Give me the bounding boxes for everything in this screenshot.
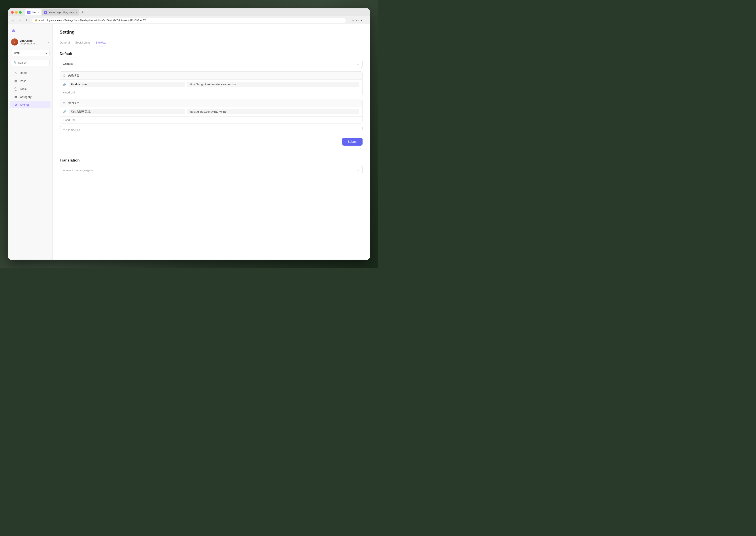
browser-tab-2[interactable]: ◈ Home page - Blog.Web × bbox=[42, 9, 79, 16]
submit-row: Submit bbox=[60, 138, 362, 146]
post-icon: ▤ bbox=[14, 79, 18, 83]
link-row-2: 🔗 bbox=[60, 107, 362, 117]
tab-social-links[interactable]: Social Links bbox=[75, 39, 90, 47]
group-1-header: 🗑 bbox=[60, 72, 362, 80]
language-select-value: Chinese bbox=[63, 62, 74, 65]
main-content: Setting General Social Links SiteMap Def… bbox=[52, 24, 370, 260]
address-input-container[interactable]: 🔒 admin.blog.evrane.com/Settings?tab=Sit… bbox=[32, 18, 346, 23]
link-1-url-input[interactable] bbox=[187, 82, 359, 87]
sidebar-item-post[interactable]: ▤ Post bbox=[10, 77, 50, 84]
tab-2-label: Home page - Blog.Web bbox=[48, 11, 74, 14]
home-icon: ⌂ bbox=[14, 71, 18, 75]
add-link-2-label: + Add Link bbox=[63, 118, 75, 121]
site-selector[interactable]: Yiran ⌄ bbox=[11, 50, 50, 56]
link-2-url-input[interactable] bbox=[187, 109, 359, 114]
group-2-header: 🗑 bbox=[60, 99, 362, 107]
add-link-1-label: + Add Link bbox=[63, 91, 75, 94]
bookmark-icon[interactable]: ☆ bbox=[352, 18, 354, 22]
topic-icon: ◯ bbox=[14, 87, 18, 90]
user-section[interactable]: Y yiran.feng fangyira@gmail.c... ⌄ bbox=[8, 37, 52, 47]
maximize-window-button[interactable] bbox=[19, 11, 22, 14]
site-selector-value: Yiran bbox=[14, 51, 20, 54]
translation-lang-chevron-icon: ⌄ bbox=[357, 169, 359, 172]
sidebar-logo: ≋ bbox=[8, 28, 52, 36]
group-2-name-input[interactable] bbox=[68, 101, 359, 105]
link-1-name-input[interactable] bbox=[69, 82, 185, 87]
sidebar-item-setting-label: Setting bbox=[20, 103, 29, 107]
sidebar-item-topic[interactable]: ◯ Topic bbox=[10, 85, 50, 92]
translation-lang-placeholder: -- select the language -- bbox=[63, 169, 93, 172]
language-select[interactable]: Chinese ⌄ bbox=[60, 60, 362, 68]
share-icon[interactable]: ↑ bbox=[348, 18, 350, 22]
sidebar-item-category[interactable]: ▦ Category bbox=[10, 93, 50, 100]
tab-2-close[interactable]: × bbox=[76, 11, 77, 14]
link-1-icon: 🔗 bbox=[63, 83, 66, 86]
sidebar-item-setting[interactable]: ⚙ Setting bbox=[10, 101, 50, 108]
tab-favicon-2: ◈ bbox=[44, 11, 47, 14]
translation-lang-select[interactable]: -- select the language -- ⌄ bbox=[60, 166, 362, 174]
link-2-name-input[interactable] bbox=[69, 109, 185, 114]
sidebar-item-topic-label: Topic bbox=[20, 87, 26, 90]
setting-icon: ⚙ bbox=[14, 103, 18, 107]
sitemap-group-1: 🗑 🔗 + Add Link bbox=[60, 71, 362, 96]
setting-tabs: General Social Links SiteMap bbox=[60, 39, 362, 47]
add-section-button[interactable]: ⊞ Add Section bbox=[60, 126, 362, 134]
user-name: yiran.feng bbox=[20, 39, 46, 43]
sidebar-item-home-label: Home bbox=[20, 71, 28, 75]
language-select-chevron-icon: ⌄ bbox=[357, 62, 359, 65]
tabs-bar: ◈ title × ◈ Home page - Blog.Web × + bbox=[25, 9, 361, 16]
translation-section-title: Translation bbox=[60, 158, 362, 163]
avatar: Y bbox=[11, 38, 18, 46]
page-title: Setting bbox=[60, 30, 362, 35]
sidebar-item-home[interactable]: ⌂ Home bbox=[10, 69, 50, 77]
address-text: admin.blog.evrane.com/Settings?tab=SiteM… bbox=[39, 19, 146, 22]
profile-icon[interactable]: ● bbox=[361, 18, 362, 22]
search-input[interactable] bbox=[18, 61, 51, 64]
default-section-title: Default bbox=[60, 52, 362, 56]
group-1-trash-icon[interactable]: 🗑 bbox=[63, 74, 66, 77]
tab-1-label: title bbox=[32, 11, 36, 14]
new-tab-button[interactable]: + bbox=[80, 10, 85, 15]
more-icon[interactable]: ⋮ bbox=[364, 18, 367, 22]
user-chevron-icon: ⌄ bbox=[48, 41, 50, 43]
tab-sitemap[interactable]: SiteMap bbox=[96, 39, 107, 47]
sidebar-toggle-icon[interactable]: ▭ bbox=[356, 18, 359, 22]
site-selector-chevron-icon: ⌄ bbox=[45, 51, 47, 54]
group-2-trash-icon[interactable]: 🗑 bbox=[63, 101, 66, 105]
address-bar: ← → ↻ 🔒 admin.blog.evrane.com/Settings?t… bbox=[8, 17, 370, 24]
minimize-window-button[interactable] bbox=[15, 11, 18, 14]
refresh-button[interactable]: ↻ bbox=[25, 18, 30, 22]
browser-toolbar: ↑ ☆ ▭ ● ⋮ bbox=[348, 18, 367, 22]
tab-general[interactable]: General bbox=[60, 39, 70, 47]
sidebar-item-post-label: Post bbox=[20, 79, 26, 83]
back-button[interactable]: ← bbox=[11, 18, 16, 22]
sitemap-group-2: 🗑 🔗 + Add Link bbox=[60, 99, 362, 123]
link-2-icon: 🔗 bbox=[63, 110, 66, 113]
add-section-label: ⊞ Add Section bbox=[63, 129, 80, 132]
title-bar: ◈ title × ◈ Home page - Blog.Web × + ⌄ bbox=[8, 8, 370, 17]
tab-favicon-1: ◈ bbox=[27, 11, 30, 14]
lock-icon: 🔒 bbox=[35, 19, 37, 21]
browser-tab-1[interactable]: ◈ title × bbox=[25, 9, 41, 16]
submit-button[interactable]: Submit bbox=[342, 138, 362, 146]
user-email: fangyira@gmail.c... bbox=[20, 43, 46, 45]
traffic-lights bbox=[11, 11, 22, 14]
forward-button[interactable]: → bbox=[18, 18, 23, 22]
tab-1-close[interactable]: × bbox=[37, 11, 39, 14]
sidebar-item-category-label: Category bbox=[20, 95, 32, 99]
browser-window: ◈ title × ◈ Home page - Blog.Web × + ⌄ ←… bbox=[8, 8, 370, 260]
category-icon: ▦ bbox=[14, 95, 18, 99]
close-window-button[interactable] bbox=[11, 11, 14, 14]
group-1-add-link-button[interactable]: + Add Link bbox=[60, 89, 362, 96]
search-box[interactable]: 🔍 bbox=[11, 60, 50, 66]
search-icon: 🔍 bbox=[14, 61, 17, 64]
group-1-name-input[interactable] bbox=[68, 74, 359, 77]
browser-menu-button[interactable]: ⌄ bbox=[364, 11, 367, 14]
sidebar: ≋ Y yiran.feng fangyira@gmail.c... ⌄ Yir… bbox=[8, 24, 52, 260]
link-row-1: 🔗 bbox=[60, 80, 362, 89]
user-info: yiran.feng fangyira@gmail.c... bbox=[20, 39, 46, 45]
group-2-add-link-button[interactable]: + Add Link bbox=[60, 117, 362, 123]
browser-content: ≋ Y yiran.feng fangyira@gmail.c... ⌄ Yir… bbox=[8, 24, 370, 260]
